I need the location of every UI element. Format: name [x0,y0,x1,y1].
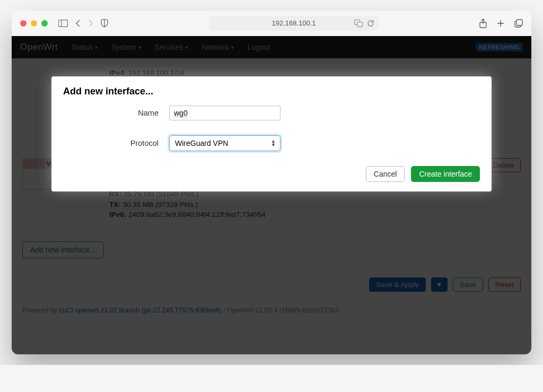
protocol-label: Protocol [63,139,169,147]
translate-icon[interactable] [354,20,363,27]
protocol-selected: WireGuard VPN [175,139,228,147]
traffic-lights [20,20,48,27]
name-input[interactable] [169,106,281,120]
url-bar[interactable]: 192.168.100.1 [209,16,379,31]
name-label: Name [63,109,169,117]
add-interface-modal: Add new interface... Name Protocol WireG… [51,76,492,191]
protocol-select[interactable]: WireGuard VPN ▲▼ [169,135,281,151]
modal-title: Add new interface... [63,86,480,97]
share-icon[interactable] [479,19,487,28]
viewport: OpenWrt Status▾ System▾ Services▾ Networ… [12,36,531,354]
browser-window: 192.168.100.1 [12,11,531,354]
url-text: 192.168.100.1 [272,19,316,27]
create-interface-button[interactable]: Create interface [411,166,480,182]
close-window-icon[interactable] [20,20,27,27]
back-icon[interactable] [75,20,81,27]
cancel-button[interactable]: Cancel [366,166,405,182]
reload-icon[interactable] [367,20,374,27]
tabs-icon[interactable] [514,19,523,28]
sidebar-toggle-icon[interactable] [58,20,68,27]
forward-icon[interactable] [88,20,93,27]
svg-rect-3 [357,22,363,27]
select-arrows-icon: ▲▼ [271,140,276,147]
svg-rect-0 [59,20,68,27]
svg-rect-6 [516,20,522,25]
browser-toolbar: 192.168.100.1 [12,11,531,36]
shield-icon[interactable] [101,19,108,28]
minimize-window-icon[interactable] [31,20,37,27]
zoom-window-icon[interactable] [41,20,48,27]
new-tab-icon[interactable] [496,19,505,28]
